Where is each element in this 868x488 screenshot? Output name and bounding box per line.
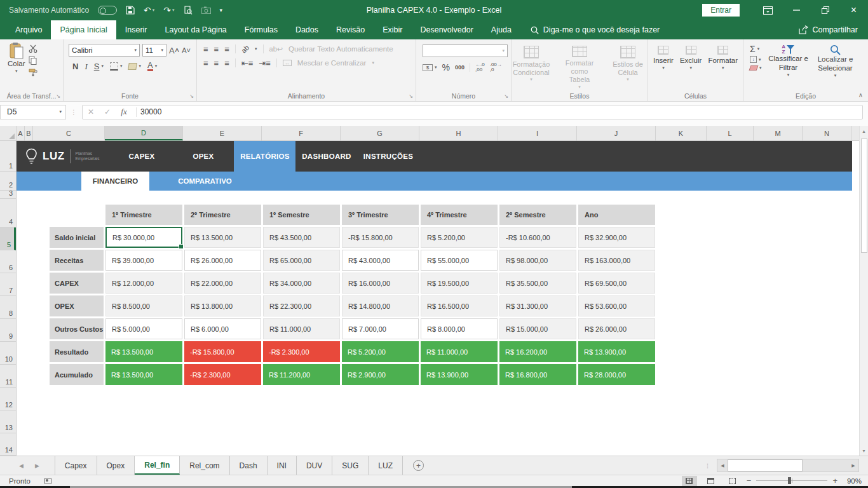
table-data-cell[interactable]: R$ 16.000,00 bbox=[342, 273, 419, 294]
table-data-cell[interactable]: R$ 11.200,00 bbox=[263, 364, 340, 385]
table-data-cell[interactable]: R$ 14.800,00 bbox=[342, 295, 419, 316]
paste-dropdown-icon[interactable]: ▾ bbox=[15, 69, 18, 74]
report-subnav-tab[interactable]: FINANCEIRO bbox=[81, 172, 149, 191]
cells-button[interactable]: Excluir ▾ bbox=[680, 46, 702, 71]
wrap-text-label[interactable]: Quebrar Texto Automaticamente bbox=[288, 45, 393, 53]
workbook-nav-tab[interactable]: INSTRUÇÕES bbox=[357, 141, 419, 172]
table-data-cell[interactable]: R$ 13.800,00 bbox=[184, 295, 261, 316]
scroll-up-icon[interactable]: ▲ bbox=[860, 126, 868, 136]
column-header[interactable]: N bbox=[803, 126, 851, 140]
borders-icon[interactable] bbox=[110, 62, 118, 71]
wrap-text-icon[interactable]: ab↩ bbox=[269, 46, 283, 53]
align-top-icon[interactable]: ≡ bbox=[203, 45, 208, 53]
ribbon-display-options-icon[interactable] bbox=[754, 0, 782, 20]
name-box[interactable]: D5 ▾ bbox=[0, 105, 66, 119]
style-gallery-button[interactable]: Estilos de Célula ▾ bbox=[608, 46, 648, 90]
name-box-dropdown-icon[interactable]: ▾ bbox=[59, 109, 62, 114]
table-data-cell[interactable]: -R$ 2.300,00 bbox=[184, 364, 261, 385]
table-data-cell[interactable]: R$ 34.000,00 bbox=[263, 273, 340, 294]
style-gallery-button[interactable]: Formatação Condicional ▾ bbox=[512, 46, 551, 90]
column-header[interactable]: M bbox=[754, 126, 803, 140]
formula-input[interactable]: 30000 bbox=[140, 107, 161, 116]
sheet-canvas[interactable]: LUZ Planilhas Empresariais CAPEX OPEX RE… bbox=[17, 141, 859, 456]
table-data-cell[interactable]: -R$ 15.800,00 bbox=[184, 341, 261, 362]
table-data-cell[interactable]: -R$ 10.600,00 bbox=[499, 227, 576, 248]
alignment-dialog-launcher-icon[interactable]: ↘ bbox=[409, 93, 413, 99]
table-data-cell[interactable]: R$ 2.900,00 bbox=[342, 364, 419, 385]
sheet-tab[interactable]: Rel_com bbox=[180, 456, 229, 475]
column-header[interactable]: C bbox=[33, 126, 105, 140]
orientation-dropdown-icon[interactable]: ▾ bbox=[255, 46, 257, 51]
percent-style-icon[interactable]: % bbox=[442, 63, 450, 72]
clear-icon[interactable] bbox=[749, 65, 759, 71]
enter-icon[interactable]: ✓ bbox=[99, 107, 116, 116]
table-data-cell[interactable]: R$ 12.000,00 bbox=[105, 273, 182, 294]
font-color-icon[interactable]: A bbox=[147, 61, 153, 71]
page-layout-view-icon[interactable] bbox=[703, 476, 719, 486]
tabbar-resize-handle[interactable]: ⋮ bbox=[705, 456, 710, 475]
column-header[interactable]: G bbox=[341, 126, 419, 140]
page-break-view-icon[interactable] bbox=[725, 476, 740, 486]
zoom-level[interactable]: 90% bbox=[844, 477, 862, 485]
insert-function-icon[interactable]: fx bbox=[116, 107, 132, 117]
table-data-cell[interactable]: R$ 5.200,00 bbox=[421, 227, 498, 248]
table-data-cell[interactable]: R$ 22.300,00 bbox=[263, 295, 340, 316]
table-data-cell[interactable]: R$ 35.500,00 bbox=[499, 273, 576, 294]
decrease-indent-icon[interactable]: ⇤≡ bbox=[241, 59, 253, 67]
ribbon-tab[interactable]: Fórmulas bbox=[236, 20, 287, 39]
table-data-cell[interactable]: R$ 43.500,00 bbox=[263, 227, 340, 248]
zoom-out-icon[interactable]: − bbox=[747, 476, 752, 485]
scroll-left-icon[interactable]: ◀ bbox=[717, 463, 728, 468]
row-header[interactable]: 9 bbox=[0, 319, 16, 342]
column-header[interactable]: I bbox=[498, 126, 577, 140]
table-row-label-cell[interactable]: Receitas bbox=[50, 250, 104, 271]
sheet-tab[interactable]: Dash bbox=[230, 456, 268, 475]
align-left-icon[interactable]: ≡ bbox=[203, 59, 208, 67]
fill-down-icon[interactable]: ↓ bbox=[750, 56, 757, 63]
ribbon-tab[interactable]: Arquivo bbox=[6, 20, 51, 39]
column-header[interactable]: E bbox=[183, 126, 262, 140]
column-header[interactable]: A bbox=[17, 126, 25, 140]
workbook-nav-tab[interactable]: DASHBOARD bbox=[295, 141, 357, 172]
orientation-icon[interactable]: ab bbox=[240, 44, 250, 54]
table-data-cell[interactable]: R$ 8.000,00 bbox=[421, 318, 498, 339]
table-column-header-cell[interactable]: 3º Trimestre bbox=[342, 205, 419, 225]
horizontal-scrollbar[interactable]: ◀ ▶ bbox=[717, 459, 859, 472]
cancel-icon[interactable]: ✕ bbox=[83, 107, 99, 116]
paste-button[interactable]: Colar ▾ bbox=[8, 42, 25, 76]
redo-dropdown-icon[interactable]: ▾ bbox=[172, 8, 175, 13]
table-data-cell[interactable]: R$ 39.000,00 bbox=[105, 250, 182, 271]
zoom-in-icon[interactable]: + bbox=[832, 476, 837, 485]
row-header[interactable]: 6 bbox=[0, 250, 16, 273]
table-data-cell[interactable]: R$ 16.500,00 bbox=[421, 295, 498, 316]
table-data-cell[interactable]: R$ 11.000,00 bbox=[421, 341, 498, 362]
align-right-icon[interactable]: ≡ bbox=[224, 59, 229, 67]
merge-center-icon[interactable]: ↔ bbox=[283, 60, 292, 66]
merge-center-label[interactable]: Mesclar e Centralizar bbox=[297, 59, 367, 67]
sheet-tab[interactable]: Rel_fin bbox=[135, 456, 180, 475]
table-data-cell[interactable]: R$ 65.000,00 bbox=[263, 250, 340, 271]
font-size-select[interactable]: 11▾ bbox=[142, 44, 166, 57]
undo-dropdown-icon[interactable]: ▾ bbox=[153, 8, 155, 13]
ribbon-tab[interactable]: Dados bbox=[287, 20, 327, 39]
table-data-cell[interactable]: R$ 26.000,00 bbox=[578, 318, 655, 339]
sheet-tab[interactable]: DUV bbox=[297, 456, 332, 475]
row-header[interactable]: 8 bbox=[0, 296, 16, 319]
table-data-cell[interactable]: R$ 6.000,00 bbox=[184, 318, 261, 339]
select-all-corner[interactable] bbox=[0, 126, 17, 140]
italic-button[interactable]: I bbox=[85, 62, 87, 71]
row-header[interactable]: 11 bbox=[0, 365, 16, 388]
table-data-cell[interactable]: R$ 13.500,00 bbox=[105, 341, 182, 362]
row-header[interactable]: 10 bbox=[0, 342, 16, 365]
add-sheet-button[interactable]: + bbox=[413, 460, 424, 471]
sheet-prev-icon[interactable]: ◀ bbox=[19, 463, 24, 469]
table-row-label-cell[interactable]: Acumulado bbox=[50, 364, 104, 385]
ribbon-tab[interactable]: Página Inicial bbox=[51, 20, 116, 39]
sort-filter-button[interactable]: AZ Classificar e Filtrar ▾ bbox=[768, 44, 809, 78]
minimize-icon[interactable] bbox=[782, 0, 811, 20]
number-format-select[interactable]: ▾ bbox=[423, 44, 508, 57]
row-header[interactable]: 2 bbox=[0, 172, 16, 191]
vertical-scrollbar[interactable]: ▲ ▼ bbox=[859, 126, 868, 456]
sheet-next-icon[interactable]: ▶ bbox=[35, 463, 39, 469]
font-color-dropdown-icon[interactable]: ▾ bbox=[155, 64, 158, 69]
